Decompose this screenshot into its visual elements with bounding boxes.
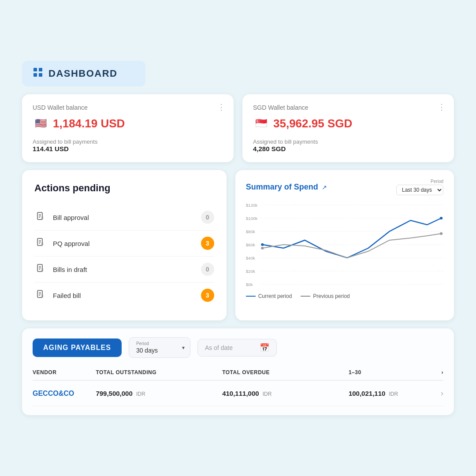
sgd-wallet-label: SGD Wallet balance (253, 104, 443, 111)
period-filter[interactable]: Period 30 days ▾ (129, 337, 190, 358)
action-label: Bills in draft (53, 266, 195, 273)
document-icon (34, 290, 47, 301)
table-header: VENDOR TOTAL OUTSTANDING TOTAL OVERDUE 1… (33, 365, 443, 381)
as-of-date-filter[interactable]: As of date 📅 (197, 339, 277, 357)
legend-current: Current period (246, 293, 292, 299)
period-selector[interactable]: Period Last 30 days Last 7 days Last 90 … (396, 179, 443, 195)
actions-list: Bill approval 0 PQ approval 3 (34, 205, 214, 308)
svg-rect-8 (41, 216, 44, 219)
aging-title-badge: AGING PAYABLES (33, 338, 122, 357)
document-icon (34, 212, 47, 223)
action-badge: 0 (201, 211, 214, 224)
calendar-icon: 📅 (260, 343, 269, 353)
svg-text:$80k: $80k (246, 230, 255, 234)
svg-rect-1 (39, 68, 42, 71)
aging-payables-section: AGING PAYABLES Period 30 days ▾ As of da… (22, 328, 454, 415)
wallet-row: ⋮ USD Wallet balance 🇺🇸 1,184.19 USD Ass… (22, 94, 454, 162)
action-label: PQ approval (53, 240, 195, 247)
action-badge: 0 (201, 263, 214, 276)
main-row: Actions pending Bill approval 0 (22, 170, 454, 320)
svg-rect-0 (33, 68, 37, 71)
svg-text:$0k: $0k (246, 283, 253, 287)
usd-assigned-value: 114.41 USD (33, 145, 223, 152)
period-filter-chevron: ▾ (182, 345, 185, 351)
svg-rect-18 (41, 268, 44, 271)
svg-text:$40k: $40k (246, 256, 255, 260)
action-badge: 3 (201, 289, 214, 302)
svg-point-39 (439, 217, 442, 219)
col-arrow[interactable]: › (424, 369, 443, 376)
usd-wallet-label: USD Wallet balance (33, 104, 223, 111)
total-outstanding: 799,500,000 IDR (96, 390, 222, 397)
action-item[interactable]: PQ approval 3 (34, 231, 214, 257)
col-outstanding: TOTAL OUTSTANDING (96, 369, 222, 376)
sgd-assigned-label: Assigned to bill payments (253, 138, 443, 145)
sgd-wallet-card: ⋮ SGD Wallet balance 🇸🇬 35,962.95 SGD As… (242, 94, 454, 162)
aging-top-bar: AGING PAYABLES Period 30 days ▾ As of da… (33, 337, 443, 358)
usd-flag: 🇺🇸 (33, 115, 48, 131)
svg-rect-23 (41, 294, 44, 298)
svg-point-41 (439, 232, 442, 235)
aging-rows: GECCO&CO 799,500,000 IDR 410,111,000 IDR… (33, 381, 443, 406)
svg-rect-3 (39, 73, 42, 77)
action-label: Bill approval (53, 214, 195, 221)
grid-icon (33, 67, 43, 80)
page-title: DASHBOARD (48, 68, 118, 79)
col-vendor: VENDOR (33, 369, 96, 376)
svg-text:$20k: $20k (246, 269, 255, 274)
actions-pending-card: Actions pending Bill approval 0 (22, 170, 227, 320)
usd-wallet-card: ⋮ USD Wallet balance 🇺🇸 1,184.19 USD Ass… (22, 94, 234, 162)
period-select[interactable]: Last 30 days Last 7 days Last 90 days (396, 185, 443, 195)
col-range: 1–30 (349, 369, 424, 376)
legend-previous: Previous period (301, 293, 350, 299)
table-row[interactable]: GECCO&CO 799,500,000 IDR 410,111,000 IDR… (33, 381, 443, 406)
period-label: Period (431, 179, 443, 184)
sgd-assigned-value: 4,280 SGD (253, 145, 443, 152)
sgd-wallet-menu[interactable]: ⋮ (438, 102, 446, 112)
document-icon (34, 238, 47, 249)
svg-text:$60k: $60k (246, 243, 255, 247)
svg-rect-13 (41, 242, 44, 245)
actions-pending-title: Actions pending (34, 182, 214, 194)
svg-point-38 (261, 243, 264, 246)
sgd-flag: 🇸🇬 (253, 115, 269, 131)
usd-assigned-label: Assigned to bill payments (33, 138, 223, 145)
aging-table: VENDOR TOTAL OUTSTANDING TOTAL OVERDUE 1… (33, 365, 443, 406)
external-link-icon[interactable]: ↗ (322, 184, 327, 191)
usd-wallet-menu[interactable]: ⋮ (217, 102, 226, 112)
spend-chart: $120k $100k $80k $60k $40k $20k $0k (246, 201, 443, 290)
usd-amount: 1,184.19 USD (53, 117, 125, 130)
sgd-amount: 35,962.95 SGD (273, 117, 352, 130)
svg-point-40 (261, 247, 264, 249)
document-icon (34, 264, 47, 275)
total-overdue: 410,111,000 IDR (222, 390, 349, 397)
svg-text:$100k: $100k (246, 216, 258, 221)
svg-rect-2 (33, 73, 37, 77)
as-of-date-text: As of date (205, 344, 255, 351)
col-overdue: TOTAL OVERDUE (222, 369, 349, 376)
period-filter-value: 30 days (136, 347, 183, 354)
chart-legend: Current period Previous period (246, 293, 443, 299)
action-label: Failed bill (53, 292, 195, 299)
spend-title: Summary of Spend (246, 182, 318, 192)
row-arrow[interactable]: › (424, 389, 443, 398)
vendor-name: GECCO&CO (33, 390, 96, 398)
action-item[interactable]: Bills in draft 0 (34, 257, 214, 283)
range-1-30: 100,021,110 IDR (349, 390, 424, 397)
action-item[interactable]: Bill approval 0 (34, 205, 214, 231)
period-filter-label: Period (136, 341, 183, 346)
dashboard-header: DASHBOARD (22, 61, 145, 86)
svg-text:$120k: $120k (246, 203, 258, 208)
spend-card: Summary of Spend ↗ Period Last 30 days L… (235, 170, 454, 320)
action-badge: 3 (201, 237, 214, 250)
action-item[interactable]: Failed bill 3 (34, 283, 214, 308)
